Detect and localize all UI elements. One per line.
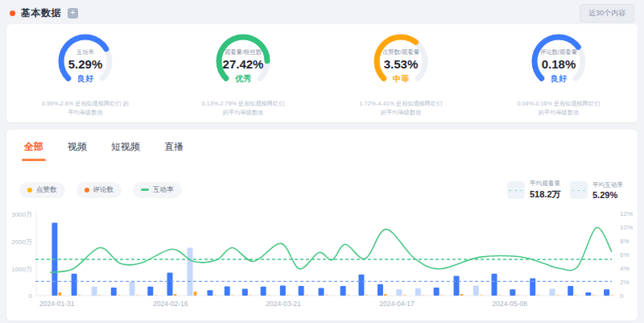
tab-all[interactable]: 全部 xyxy=(24,140,43,161)
bar-comments[interactable] xyxy=(480,295,483,296)
bar-comments[interactable] xyxy=(249,295,252,296)
page-header: 基本数据 + 近30个内容 xyxy=(0,2,644,24)
gauge-caption: 0.59%-2.6% 是相似规模网红们 的平均等级数值 xyxy=(20,100,151,117)
bar-comments[interactable] xyxy=(305,295,308,296)
trend-chart-svg[interactable] xyxy=(35,209,617,299)
bar-comments[interactable] xyxy=(325,295,328,296)
legend-dot-icon xyxy=(85,188,89,193)
dashed-line-icon[interactable]: - - - xyxy=(570,181,588,199)
bar-main[interactable] xyxy=(207,290,213,296)
bar-main[interactable] xyxy=(111,288,117,296)
tab-live[interactable]: 直播 xyxy=(164,140,184,161)
bar-comments[interactable] xyxy=(287,295,290,296)
bar-comments[interactable] xyxy=(174,294,177,296)
bar-comments[interactable] xyxy=(58,292,61,296)
bar-main[interactable] xyxy=(147,287,153,296)
bar-main[interactable] xyxy=(92,287,97,296)
y-axis-tick-right: 6% xyxy=(620,251,639,259)
gauge-caption: 0.13%-2.79% 是相似规模网红们的平均等级数值 xyxy=(178,100,308,117)
bar-main[interactable] xyxy=(280,285,286,296)
bar-comments[interactable] xyxy=(194,292,197,296)
bar-comments[interactable] xyxy=(440,295,444,296)
bar-main[interactable] xyxy=(358,275,364,296)
gauge-value: 5.29% xyxy=(55,57,116,71)
bar-main[interactable] xyxy=(396,289,402,296)
bar-comments[interactable] xyxy=(154,295,157,296)
bar-comments[interactable] xyxy=(231,295,234,296)
bar-comments[interactable] xyxy=(78,295,81,296)
dashed-line-icon[interactable]: - - - xyxy=(507,181,525,199)
y-axis-tick-right: 2% xyxy=(620,279,639,286)
x-axis-tick: 2024-03-21 xyxy=(266,300,300,308)
bar-main[interactable] xyxy=(167,272,173,296)
bar-main[interactable] xyxy=(604,289,609,296)
page-title: 基本数据 xyxy=(21,6,61,20)
bar-comments[interactable] xyxy=(347,295,350,296)
trend-card: 全部 视频 短视频 直播 点赞数 评论数 互动率 - - - 平均观看量 518… xyxy=(6,130,638,321)
bar-main[interactable] xyxy=(510,289,515,296)
bar-main[interactable] xyxy=(188,248,193,296)
bar-main[interactable] xyxy=(492,274,497,296)
legend-dot-icon xyxy=(27,188,32,193)
legend-engagement[interactable]: 互动率 xyxy=(133,182,182,198)
bar-comments[interactable] xyxy=(365,295,368,296)
bar-comments[interactable] xyxy=(460,294,464,296)
bar-comments[interactable] xyxy=(213,295,217,296)
y-axis-tick-left: 0 xyxy=(8,292,32,300)
range-button[interactable]: 近30个内容 xyxy=(580,4,634,23)
gauge-arc: 互动率 5.29% 良好 xyxy=(55,31,116,92)
trend-chart[interactable]: 01000万2000万3000万 02%4%6%8%10%12% 2024-01… xyxy=(6,209,638,312)
plus-square-icon[interactable]: + xyxy=(68,8,78,19)
y-axis-tick-left: 3000万 xyxy=(8,210,32,219)
bar-main[interactable] xyxy=(299,286,304,296)
gauge-status: 良好 xyxy=(528,73,589,85)
y-axis-tick-right: 8% xyxy=(620,238,639,245)
bar-main[interactable] xyxy=(242,289,248,296)
bar-main[interactable] xyxy=(225,286,230,296)
bar-main[interactable] xyxy=(454,276,460,296)
gauge-likes-views: 点赞数/观看量 3.53% 中等 1.72%-4.41% 是相似规模网红们的平均… xyxy=(328,29,473,122)
y-axis-tick-right: 12% xyxy=(620,210,639,217)
tab-video[interactable]: 视频 xyxy=(68,140,87,161)
engagement-line[interactable] xyxy=(50,228,612,273)
bar-comments[interactable] xyxy=(498,295,502,296)
bar-main[interactable] xyxy=(415,288,421,296)
bar-comments[interactable] xyxy=(610,295,613,296)
bar-main[interactable] xyxy=(434,288,440,296)
gauge-label: 观看量/粉丝数 xyxy=(215,48,271,56)
gauge-status: 良好 xyxy=(55,73,116,85)
legend-comments[interactable]: 评论数 xyxy=(76,182,122,198)
gauge-arc: 点赞数/观看量 3.53% 中等 xyxy=(370,31,431,92)
bar-comments[interactable] xyxy=(556,295,559,296)
avg-engagement-value: 5.29% xyxy=(592,190,625,200)
bar-main[interactable] xyxy=(473,285,479,296)
gauge-comments-views: 评论数/观看量 0.18% 良好 0.04%-0.16% 是相似规模网红们的平均… xyxy=(486,29,631,122)
bar-main[interactable] xyxy=(341,286,346,296)
bar-comments[interactable] xyxy=(536,295,539,296)
bar-main[interactable] xyxy=(550,289,555,296)
bar-main[interactable] xyxy=(378,284,383,296)
bar-comments[interactable] xyxy=(402,295,406,296)
y-axis-tick-right: 10% xyxy=(620,224,639,231)
y-axis-tick-right: 0 xyxy=(620,292,639,300)
legend-likes[interactable]: 点赞数 xyxy=(19,182,65,198)
bar-main[interactable] xyxy=(585,292,591,296)
bar-comments[interactable] xyxy=(384,294,387,296)
avg-engagement-stat: - - - 平均互动率 5.29% xyxy=(570,179,625,201)
bar-main[interactable] xyxy=(72,274,77,296)
bar-comments[interactable] xyxy=(516,295,519,296)
bar-comments[interactable] xyxy=(136,295,139,296)
x-axis-tick: 2024-02-16 xyxy=(153,300,188,308)
bar-comments[interactable] xyxy=(574,295,577,296)
bar-main[interactable] xyxy=(261,287,266,296)
bar-comments[interactable] xyxy=(592,295,595,296)
bar-main[interactable] xyxy=(568,286,573,296)
tab-short-video[interactable]: 短视频 xyxy=(111,140,140,161)
bar-main[interactable] xyxy=(319,288,324,296)
bar-comments[interactable] xyxy=(98,295,101,296)
gauge-label: 互动率 xyxy=(57,48,114,56)
bar-comments[interactable] xyxy=(267,295,270,296)
bar-main[interactable] xyxy=(130,282,135,296)
bar-comments[interactable] xyxy=(118,295,121,296)
bar-comments[interactable] xyxy=(422,295,425,296)
